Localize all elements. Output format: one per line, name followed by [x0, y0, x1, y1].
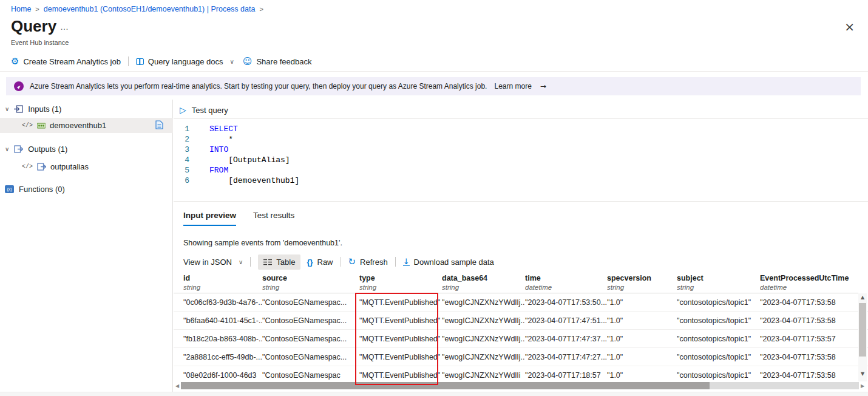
docs-label: Query language docs — [148, 57, 223, 66]
rocket-icon: ► — [14, 81, 24, 91]
sidebar-section-outputs[interactable]: ∨ Outputs (1) — [5, 145, 67, 154]
table-cell: "ContosoEGNamespac — [262, 371, 359, 380]
table-row: "08e02d6f-1000-46d3"ContosoEGNamespac"MQ… — [174, 366, 868, 381]
query-editor[interactable]: 1SELECT 2 * 3INTO 4 [OutputAlias] 5FROM … — [174, 119, 868, 193]
column-header-specversion: specversionstring — [607, 274, 677, 293]
table-cell: "ContosoEGNamespac... — [262, 335, 359, 343]
line-number: 2 — [174, 134, 189, 145]
table-cell: "MQTT.EventPublished" — [359, 316, 442, 325]
refresh-button[interactable]: ↻ Refresh — [348, 256, 388, 267]
toolbar-divider — [250, 257, 251, 267]
scroll-right-icon[interactable]: ▶ — [859, 383, 866, 389]
table-cell: "contosotopics/topic1" — [677, 316, 760, 325]
column-header-time: timedatetime — [525, 274, 607, 293]
scrollbar-thumb[interactable] — [859, 303, 866, 357]
table-cell: "2a8881cc-eff5-49db-... — [183, 353, 262, 361]
scroll-down-icon[interactable]: ▼ — [858, 371, 867, 377]
functions-label: Functions (0) — [19, 185, 65, 194]
table-cell: "MQTT.EventPublished" — [359, 335, 442, 343]
line-number: 3 — [174, 145, 189, 155]
table-cell: "2023-04-07T17:53:58 — [760, 353, 858, 361]
table-cell: "1.0" — [607, 298, 677, 307]
breadcrumb-home-link[interactable]: Home — [11, 5, 31, 13]
download-sample-data-button[interactable]: ↓ Download sample data — [403, 258, 494, 267]
sidebar-item-outputalias[interactable]: </> outputalias — [0, 159, 173, 174]
table-cell: "ewogICJNZXNzYWdlIj... — [442, 335, 525, 343]
breadcrumb-current-link[interactable]: demoeventhub1 (ContosoEH1/demoeventhub1)… — [44, 5, 256, 13]
scrollbar-track[interactable] — [181, 382, 859, 389]
close-icon[interactable]: × — [844, 19, 855, 34]
download-icon: ↓ — [403, 258, 410, 266]
sidebar-section-inputs[interactable]: ∨ Inputs (1) — [5, 104, 61, 114]
table-view-button[interactable]: Table — [258, 254, 300, 270]
column-header-type: typestring — [359, 274, 442, 293]
table-cell: "2023-04-07T17:53:58 — [760, 371, 858, 380]
table-cell: "2023-04-07T17:18:57 — [525, 371, 607, 380]
table-cell: "08e02d6f-1000-46d3 — [183, 371, 262, 380]
scrollbar-thumb[interactable] — [181, 382, 710, 389]
toolbar-divider — [395, 257, 396, 267]
code-text: [demoeventhub1] — [209, 176, 299, 186]
sidebar-item-demoeventhub1[interactable]: </> demoeventhub1 — [0, 118, 173, 133]
download-label: Download sample data — [414, 258, 494, 267]
horizontal-scrollbar[interactable]: ◀ ▶ — [174, 381, 866, 390]
table-cell: "2023-04-07T17:47:37.... — [525, 335, 607, 343]
refresh-label: Refresh — [360, 258, 388, 267]
column-type: string — [359, 283, 438, 292]
code-line: 3INTO — [174, 145, 868, 155]
table-cell: "ewogICJNZXNzYWdlIi — [442, 371, 525, 380]
tab-input-preview[interactable]: Input preview — [183, 211, 236, 226]
table-cell: "2023-04-07T17:53:58 — [760, 298, 858, 307]
table-cell: "MQTT.EventPublished" — [359, 371, 442, 380]
tab-test-results[interactable]: Test results — [253, 211, 294, 226]
output-icon — [37, 163, 46, 171]
table-row: "b6faa640-4101-45c1-..."ContosoEGNamespa… — [174, 312, 868, 330]
table-cell: "2023-04-07T17:53:57 — [760, 335, 858, 343]
table-row: "0c06cf63-9d3b-4a76-..."ContosoEGNamespa… — [174, 293, 868, 312]
table-row: "fb18c20a-b863-408b-..."ContosoEGNamespa… — [174, 330, 868, 348]
code-icon: </> — [22, 122, 33, 129]
table-cell: "contosotopics/topic1" — [677, 353, 760, 361]
arrow-right-icon: → — [540, 82, 546, 90]
code-text: * — [209, 134, 233, 145]
play-icon: ▷ — [180, 105, 186, 115]
document-icon[interactable] — [155, 120, 163, 129]
refresh-icon: ↻ — [348, 256, 356, 267]
command-bar: ⚙ Create Stream Analytics job Query lang… — [11, 53, 312, 69]
table-cell: "b6faa640-4101-45c1-... — [183, 316, 262, 325]
share-feedback-button[interactable]: ☺ Share feedback — [243, 56, 312, 67]
column-type: datetime — [760, 283, 855, 292]
column-name: data_base64 — [442, 274, 521, 283]
column-type: string — [183, 283, 259, 292]
smiley-icon: ☺ — [243, 56, 253, 67]
raw-view-label: Raw — [317, 258, 333, 267]
scroll-up-icon[interactable]: ▲ — [858, 295, 867, 300]
feedback-label: Share feedback — [256, 57, 311, 66]
scroll-left-icon[interactable]: ◀ — [174, 383, 181, 389]
test-query-button[interactable]: ▷ Test query — [180, 105, 228, 115]
view-in-json-dropdown[interactable]: View in JSON ∨ — [183, 258, 243, 267]
more-menu-button[interactable]: … — [60, 22, 69, 32]
chevron-down-icon: ∨ — [229, 58, 234, 65]
outputs-label: Outputs (1) — [28, 145, 67, 154]
table-cell: "contosotopics/topic1" — [677, 371, 760, 380]
query-language-docs-button[interactable]: Query language docs ∨ — [136, 57, 234, 66]
raw-view-button[interactable]: {} Raw — [307, 258, 333, 267]
toolbar-divider — [341, 257, 341, 267]
sample-events-text: Showing sample events from 'demoeventhub… — [183, 239, 342, 247]
vertical-scrollbar[interactable]: ▲ ▼ — [858, 293, 867, 381]
divider — [174, 201, 868, 202]
table-cell: "MQTT.EventPublished" — [359, 353, 442, 361]
table-header-row: idstring sourcestring typestring data_ba… — [174, 274, 858, 293]
learn-more-link[interactable]: Learn more — [494, 82, 531, 90]
column-header-source: sourcestring — [262, 274, 359, 293]
create-job-label: Create Stream Analytics job — [23, 57, 120, 66]
inputs-icon — [14, 105, 23, 113]
create-stream-analytics-job-button[interactable]: ⚙ Create Stream Analytics job — [11, 56, 121, 67]
toolbar-divider — [128, 56, 129, 66]
sidebar-section-functions[interactable]: (x) Functions (0) — [5, 185, 65, 194]
view-toolbar: View in JSON ∨ Table {} Raw ↻ Refresh ↓ … — [183, 253, 494, 271]
test-query-label: Test query — [192, 106, 228, 115]
banner-message: Azure Stream Analytics lets you perform … — [30, 82, 487, 90]
table-cell: "1.0" — [607, 353, 677, 361]
